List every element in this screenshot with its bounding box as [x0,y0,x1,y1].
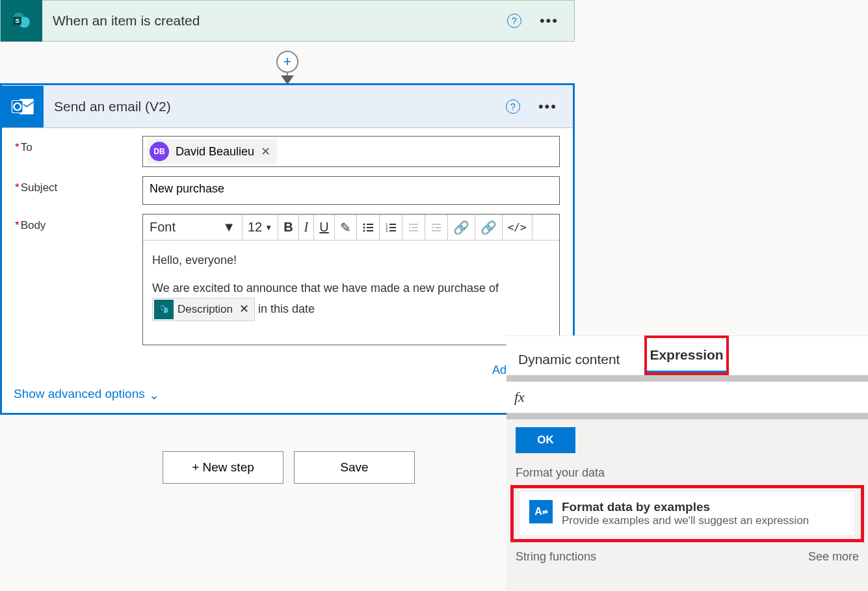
add-step-icon[interactable]: + [276,51,298,73]
ok-button[interactable]: OK [516,427,575,453]
body-editor[interactable]: Font▼ 12▼ B I U ✎ 123 🔗 🔗 </> Hello, eve… [142,214,560,345]
add-dynamic-row: Add dynamic [2,360,573,377]
svg-rect-18 [389,230,396,231]
action-title: Send an email (V2) [54,99,506,114]
sharepoint-icon: S [1,0,42,42]
fx-icon: fx [514,389,525,406]
expression-panel: Dynamic content Expression fx OK Format … [506,335,868,591]
to-label: *To [15,136,142,154]
bullet-list-button[interactable] [357,215,379,240]
number-list-button[interactable]: 123 [380,215,402,240]
svg-rect-23 [435,227,441,228]
string-functions-row: String functions See more [506,544,868,564]
field-row-subject: *Subject New purchase [15,176,560,205]
dynamic-token-description[interactable]: S Description ✕ [152,298,255,321]
svg-point-9 [363,226,365,228]
trigger-card[interactable]: S When an item is created ? ••• [0,0,575,42]
panel-tabs: Dynamic content Expression [506,336,868,375]
underline-button[interactable]: U [314,215,334,240]
font-size-select[interactable]: 12▼ [243,215,278,240]
rich-text-toolbar: Font▼ 12▼ B I U ✎ 123 🔗 🔗 </> [143,215,559,241]
code-view-button[interactable]: </> [503,215,532,240]
outlook-icon [2,86,44,127]
see-more-link[interactable]: See more [808,550,859,564]
svg-text:3: 3 [386,229,388,233]
unlink-button[interactable]: 🔗 [475,215,502,240]
svg-rect-22 [432,224,441,225]
tab-expression[interactable]: Expression [647,338,726,373]
color-button[interactable]: ✎ [335,215,356,240]
highlight-expression-tab: Expression [644,335,728,375]
format-desc: Provide examples and we'll suggest an ex… [562,514,809,527]
field-row-body: *Body Font▼ 12▼ B I U ✎ 123 🔗 🔗 </> [15,214,560,345]
svg-rect-10 [367,227,373,228]
outdent-button[interactable] [402,215,425,240]
fx-row: fx [506,375,868,419]
format-icon: A⇄ [529,500,553,523]
more-icon[interactable]: ••• [538,98,557,115]
format-title: Format data by examples [562,500,809,514]
tab-dynamic-content[interactable]: Dynamic content [516,343,622,375]
remove-token-icon[interactable]: ✕ [239,300,249,319]
remove-chip-icon[interactable]: ✕ [261,144,270,159]
sharepoint-icon: S [154,300,174,319]
new-step-button[interactable]: + New step [163,451,283,484]
body-line-1: Hello, everyone! [152,251,550,270]
svg-point-11 [363,230,365,231]
trigger-title: When an item is created [53,13,507,29]
svg-rect-20 [412,227,418,228]
connector: + [287,42,288,83]
recipient-name: David Beaulieu [176,145,254,159]
svg-rect-21 [409,230,418,231]
avatar: DB [150,142,169,161]
format-data-by-examples[interactable]: A⇄ Format data by examples Provide examp… [520,492,854,535]
svg-point-7 [363,223,365,225]
svg-rect-19 [409,224,418,225]
subject-label: *Subject [15,176,142,194]
help-icon[interactable]: ? [507,14,521,28]
subject-input[interactable]: New purchase [142,176,560,205]
body-line-2: We are excited to announce that we have … [152,279,550,321]
format-section-label: Format your data [506,462,868,484]
body-label: *Body [15,214,142,232]
to-input[interactable]: DB David Beaulieu ✕ [142,136,560,167]
svg-rect-16 [389,227,396,228]
svg-text:S: S [15,17,19,24]
recipient-chip[interactable]: DB David Beaulieu ✕ [147,139,277,164]
save-button[interactable]: Save [294,451,415,484]
svg-rect-14 [389,224,396,225]
action-header[interactable]: Send an email (V2) ? ••• [2,85,573,128]
indent-button[interactable] [425,215,447,240]
help-icon[interactable]: ? [506,99,520,114]
svg-rect-8 [367,224,373,225]
highlight-format-card: A⇄ Format data by examples Provide examp… [510,485,864,542]
bold-button[interactable]: B [278,215,298,240]
more-icon[interactable]: ••• [540,12,559,29]
expression-input[interactable]: fx [506,382,868,413]
chevron-down-icon: ⌄ [149,387,159,402]
footer-buttons: + New step Save [163,451,415,484]
italic-button[interactable]: I [299,215,314,240]
font-select[interactable]: Font▼ [143,215,242,240]
link-button[interactable]: 🔗 [448,215,475,240]
show-advanced-options-link[interactable]: Show advanced options⌄ [14,387,159,401]
string-section-label: String functions [516,550,596,564]
field-row-to: *To DB David Beaulieu ✕ [15,136,560,167]
svg-rect-24 [432,230,441,231]
svg-rect-12 [367,230,373,231]
body-content[interactable]: Hello, everyone! We are excited to annou… [143,241,559,345]
action-card: Send an email (V2) ? ••• *To DB David Be… [0,83,575,415]
